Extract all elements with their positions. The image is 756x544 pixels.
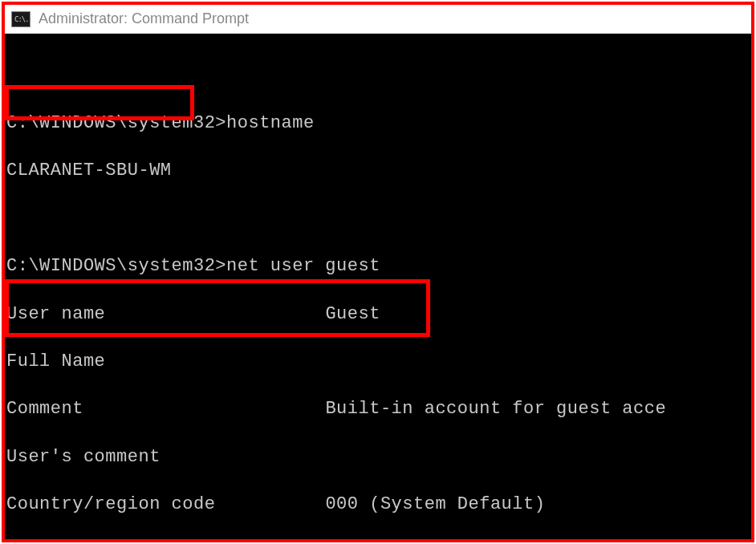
terminal-line: User name Guest [6,302,750,327]
terminal-output[interactable]: C:\WINDOWS\system32>hostname CLARANET-SB… [5,34,751,539]
command: hostname [226,113,315,133]
field-label: User name [6,304,325,324]
blank [6,66,18,86]
title-bar[interactable]: C:\. Administrator: Command Prompt [5,5,751,34]
terminal-line [6,207,750,231]
field-label: Country/region code [6,494,325,514]
prompt: C:\WINDOWS\system32> [6,256,226,276]
field-label: User's comment [6,447,161,467]
field-label: Comment [6,399,325,419]
field-value: Guest [325,304,380,324]
cmd-icon-text: C:\. [14,15,29,23]
terminal-line: C:\WINDOWS\system32>hostname [6,112,750,136]
command-prompt-window: C:\. Administrator: Command Prompt C:\WI… [5,5,751,539]
window-title: Administrator: Command Prompt [39,10,249,27]
blank [6,209,18,229]
terminal-line: Country/region code 000 (System Default) [6,493,750,517]
command: net user guest [226,256,380,276]
terminal-line [6,64,750,88]
prompt: C:\WINDOWS\system32> [6,113,226,133]
field-value: 000 (System Default) [325,494,545,514]
field-value: Built-in account for guest acce [325,399,666,419]
terminal-line: User's comment [6,445,750,469]
terminal-line: CLARANET-SBU-WM [6,159,750,183]
cmd-icon: C:\. [11,11,30,27]
terminal-line: Full Name [6,350,750,374]
terminal-line: Comment Built-in account for guest acce [6,397,750,421]
terminal-line: C:\WINDOWS\system32>net user guest [6,254,750,278]
field-label: Full Name [6,351,105,371]
hostname-output: CLARANET-SBU-WM [6,160,172,181]
